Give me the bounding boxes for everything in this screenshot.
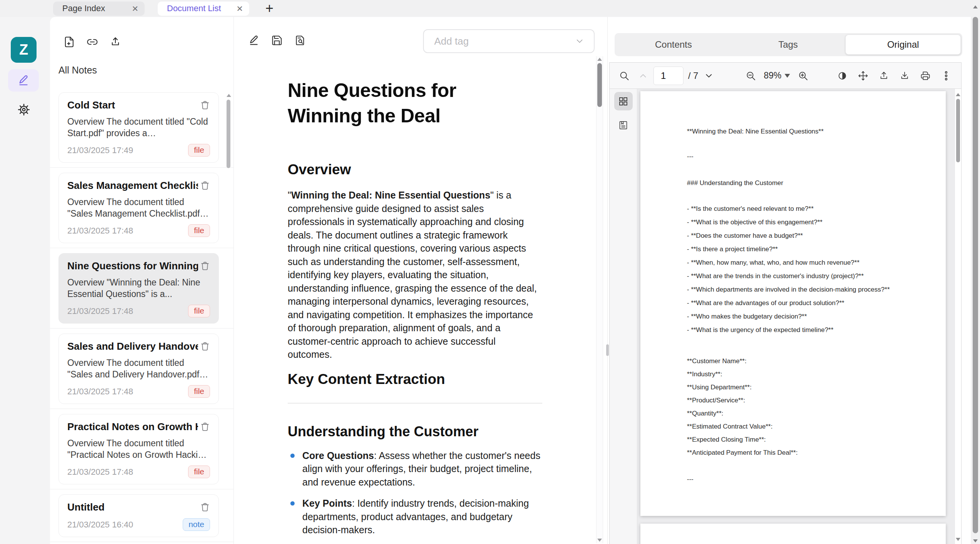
pdf-text-line: - **When, how many, what, who, and how m… <box>687 259 923 266</box>
pdf-scrollbar[interactable] <box>955 89 961 544</box>
pdf-text-line: **Anticipated Payment for This Deal**: <box>687 449 923 456</box>
note-card[interactable]: Practical Notes on Growth Hack... Overvi… <box>58 414 219 484</box>
pdf-text-line: - **Which departments are involved in th… <box>687 286 923 293</box>
window-tab-strip: Page Index ✕ Document List ✕ + <box>0 0 980 17</box>
notes-scrollbar[interactable] <box>227 94 231 168</box>
share-icon[interactable] <box>110 36 121 48</box>
note-card[interactable]: Nine Questions for Winning the... Overvi… <box>58 253 219 324</box>
scrollbar-thumb[interactable] <box>956 99 960 162</box>
editor-panel: Add tag Nine Questions for Winning the D… <box>234 17 608 544</box>
outline-view-button[interactable] <box>614 116 633 134</box>
previous-page-icon[interactable] <box>638 71 648 81</box>
scroll-down-arrow-icon[interactable] <box>973 539 978 542</box>
note-date: 21/03/2025 17:48 <box>67 467 133 477</box>
more-options-icon[interactable] <box>941 70 952 81</box>
page-number-input[interactable] <box>653 67 683 85</box>
panel-resize-handle[interactable] <box>606 344 609 356</box>
trash-icon[interactable] <box>200 180 210 190</box>
pdf-text-line: - **What is the objective of this engage… <box>687 219 923 225</box>
pdf-text-line: - **What are the trends in the customer'… <box>687 273 923 279</box>
left-rail: Z <box>0 17 50 544</box>
pdf-page-1: **Winning the Deal: Nine Essential Quest… <box>640 91 946 516</box>
editor-scrollbar[interactable] <box>596 56 603 543</box>
zoom-in-icon[interactable] <box>798 70 808 81</box>
scrollbar-thumb[interactable] <box>227 100 230 168</box>
trash-icon[interactable] <box>200 341 210 351</box>
settings-button[interactable] <box>17 103 30 116</box>
scrollbar-thumb[interactable] <box>597 63 602 107</box>
save-icon[interactable] <box>271 35 283 46</box>
print-icon[interactable] <box>920 70 931 81</box>
scrollbar-thumb[interactable] <box>973 17 978 533</box>
search-icon[interactable] <box>619 70 630 81</box>
pdf-text-line: --- <box>687 476 923 482</box>
zoom-menu-caret-icon[interactable] <box>785 74 790 78</box>
pdf-text-line: --- <box>687 153 923 160</box>
edit-mode-icon[interactable] <box>248 35 260 46</box>
outline-icon <box>618 120 628 130</box>
pdf-question-lines: - **Is the customer's need relevant to m… <box>687 205 923 333</box>
zoom-out-icon[interactable] <box>745 70 756 81</box>
pdf-toolbar: / 7 89% <box>610 63 961 89</box>
window-scrollbar[interactable] <box>971 0 980 544</box>
tab-original[interactable]: Original <box>845 35 961 55</box>
trash-icon[interactable] <box>200 100 210 110</box>
tab-label: Page Index <box>62 3 105 13</box>
notes-panel: All Notes Cold Start Overview The docume… <box>50 17 234 544</box>
scroll-down-arrow-icon[interactable] <box>956 538 960 541</box>
trash-icon[interactable] <box>200 422 210 432</box>
doc-search-icon[interactable] <box>294 35 306 46</box>
upload-icon[interactable] <box>878 70 889 81</box>
note-preview: Overview The document titled "Sales Mana… <box>67 196 210 219</box>
divider <box>288 403 542 404</box>
note-date: 21/03/2025 17:48 <box>67 306 133 316</box>
note-card[interactable]: Cold Start Overview The document titled … <box>58 92 219 163</box>
section-heading: Understanding the Customer <box>288 424 542 440</box>
tab-page-index[interactable]: Page Index ✕ <box>53 2 145 16</box>
note-list-item: Untitled 21/03/2025 16:40 note <box>50 494 233 542</box>
notes-toolbar <box>63 36 121 48</box>
note-title: Sales and Delivery Handover <box>67 340 198 352</box>
note-type-badge: note <box>183 518 210 531</box>
pdf-text-line: **Industry**: <box>687 371 923 377</box>
scroll-up-arrow-icon[interactable] <box>956 93 960 96</box>
note-title: Cold Start <box>67 99 115 111</box>
pdf-text-line: - **Is there a project timeline?** <box>687 246 923 252</box>
trash-icon[interactable] <box>200 261 210 271</box>
note-card[interactable]: Untitled 21/03/2025 16:40 note <box>58 494 219 537</box>
close-icon[interactable]: ✕ <box>132 5 138 13</box>
link-icon[interactable] <box>87 36 98 48</box>
add-tag-select[interactable]: Add tag <box>423 29 595 53</box>
pdf-text-line: **Expected Closing Time**: <box>687 436 923 443</box>
notes-nav-button[interactable] <box>8 69 39 92</box>
thumbnails-view-button[interactable] <box>614 92 633 110</box>
pdf-page-area[interactable]: **Winning the Deal: Nine Essential Quest… <box>637 89 955 544</box>
scroll-up-arrow-icon[interactable] <box>973 5 978 8</box>
download-icon[interactable] <box>899 70 910 81</box>
next-page-icon[interactable] <box>704 71 714 81</box>
pdf-text-line: **Using Department**: <box>687 384 923 390</box>
pdf-text-line: - **Does the customer have a budget?** <box>687 232 923 239</box>
pdf-text-line: **Estimated Contract Value**: <box>687 423 923 430</box>
trash-icon[interactable] <box>200 502 210 512</box>
tab-contents[interactable]: Contents <box>616 35 731 55</box>
tab-document-list[interactable]: Document List ✕ <box>158 2 249 16</box>
scroll-up-arrow-icon[interactable] <box>597 58 602 61</box>
scroll-up-arrow-icon[interactable] <box>227 94 231 97</box>
tab-label: Document List <box>167 3 221 13</box>
note-type-badge: file <box>188 305 210 317</box>
pan-move-icon[interactable] <box>858 70 868 81</box>
tab-tags[interactable]: Tags <box>731 35 845 55</box>
editor-document[interactable]: Nine Questions for Winning the Deal Over… <box>288 78 542 544</box>
pdf-sidebar <box>610 89 637 544</box>
note-card[interactable]: Sales Management Checklist Overview The … <box>58 173 219 243</box>
scroll-down-arrow-icon[interactable] <box>597 539 602 542</box>
theme-contrast-icon[interactable] <box>837 70 848 81</box>
new-note-icon[interactable] <box>63 36 75 48</box>
avatar[interactable]: Z <box>11 37 37 63</box>
close-icon[interactable]: ✕ <box>236 5 243 13</box>
new-tab-button[interactable]: + <box>265 2 273 15</box>
note-card[interactable]: Sales and Delivery Handover Overview The… <box>58 334 219 404</box>
zoom-level[interactable]: 89% <box>764 70 782 81</box>
bullet-list: Core Questions: Assess whether the custo… <box>288 449 542 544</box>
